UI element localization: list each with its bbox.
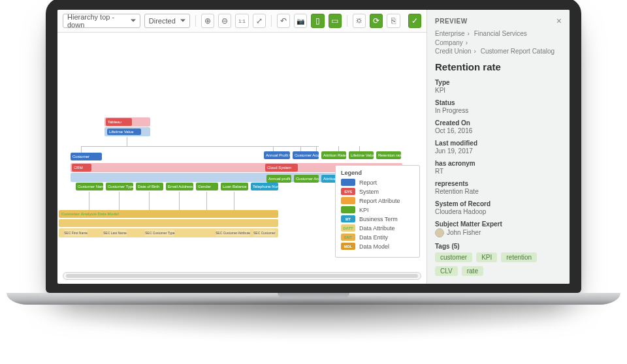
field-value: Oct 16, 2016 xyxy=(435,127,562,134)
system-row[interactable] xyxy=(71,163,266,172)
legend-label: Data Model xyxy=(359,243,389,250)
kpi-node[interactable]: Customer Name xyxy=(76,183,103,190)
kpi-node[interactable]: Customer Acquisition Cost xyxy=(294,175,319,183)
legend-label: System xyxy=(359,189,379,195)
legend-label: Data Attribute xyxy=(359,225,395,232)
zoom-out-icon[interactable]: ⊖ xyxy=(218,14,231,28)
kpi-node[interactable]: Customer Type xyxy=(106,183,133,190)
data-entity-row[interactable] xyxy=(59,219,278,227)
zoom-fit-button[interactable]: 1:1 xyxy=(235,14,248,28)
diagram-canvas[interactable]: Tableau Lifetime Value xyxy=(57,33,426,272)
app-screen: Hierarchy top - down Directed ⊕ ⊖ 1:1 ⤢ … xyxy=(57,10,570,284)
routing-select[interactable]: Directed xyxy=(144,14,190,28)
tags-list: customer KPI retention CLV rate xyxy=(435,252,562,276)
legend-label: Business Term xyxy=(359,216,398,222)
report-node[interactable]: Annual Profit Contribution xyxy=(264,151,290,159)
back-icon[interactable]: ↶ xyxy=(277,14,290,28)
diagram-pane: Hierarchy top - down Directed ⊕ ⊖ 1:1 ⤢ … xyxy=(57,10,427,284)
tag[interactable]: rate xyxy=(462,266,483,276)
data-attr[interactable]: SEC Customer Attribute xyxy=(216,230,250,236)
field-key: Type xyxy=(435,79,562,86)
field-value: Retention Rate xyxy=(435,188,562,195)
field-key: System of Record xyxy=(435,200,562,207)
data-model-label: Customer Analysis Data Model xyxy=(61,211,119,217)
refresh-icon[interactable]: ⟳ xyxy=(370,14,383,28)
kpi-node[interactable]: Lifetime Value xyxy=(349,151,374,159)
system-label: CRM xyxy=(72,164,91,172)
report-node[interactable]: Customer Acquisition Cost xyxy=(293,151,319,159)
tag[interactable]: CLV xyxy=(435,266,458,276)
report-strip[interactable] xyxy=(71,173,266,182)
apply-button[interactable]: ✓ xyxy=(408,14,421,28)
field-key: Last modified xyxy=(435,140,562,147)
legend-label: KPI xyxy=(359,207,369,213)
close-icon[interactable]: × xyxy=(556,16,562,25)
field-value: Cloudera Hadoop xyxy=(435,208,562,215)
tag[interactable]: retention xyxy=(501,252,537,262)
expand-icon[interactable]: ⤢ xyxy=(253,14,266,28)
data-attr[interactable]: SEC Customer Type xyxy=(145,230,174,236)
field-key: Tags (5) xyxy=(435,243,562,250)
kpi-node[interactable]: Loan Balance xyxy=(221,183,248,190)
kpi-node[interactable]: Annual profit contribution xyxy=(266,175,291,183)
tag[interactable]: KPI xyxy=(476,252,497,262)
kpi-node[interactable]: Retention rate xyxy=(376,151,401,159)
camera-icon[interactable]: 📷 xyxy=(294,14,307,28)
kpi-node[interactable]: Email Address xyxy=(166,183,193,190)
preview-header: PREVIEW xyxy=(435,18,468,25)
system-label: Tableau xyxy=(106,118,132,126)
field-key: has acronym xyxy=(435,160,562,167)
preview-panel: PREVIEW × Enterprise› Financial Services… xyxy=(427,10,570,284)
legend-panel: Legend Report SYSSystem Report Attribute… xyxy=(335,165,420,258)
system-label: Cloud System xyxy=(265,164,298,172)
kpi-node[interactable]: Date of Birth xyxy=(136,183,163,190)
layout-horizontal-icon[interactable]: ▭ xyxy=(329,14,342,28)
field-key: represents xyxy=(435,180,562,187)
field-key: Created On xyxy=(435,119,562,127)
legend-label: Report xyxy=(359,179,377,186)
field-value: KPI xyxy=(435,87,562,94)
toolbar: Hierarchy top - down Directed ⊕ ⊖ 1:1 ⤢ … xyxy=(57,10,426,33)
export-icon[interactable]: ⎘ xyxy=(387,14,400,28)
layout-vertical-icon[interactable]: ▯ xyxy=(311,14,324,28)
data-attr[interactable]: SEC Customer xyxy=(253,230,275,236)
tag[interactable]: customer xyxy=(435,252,472,262)
separator xyxy=(347,15,347,27)
settings-icon[interactable]: ⛭ xyxy=(353,14,366,28)
legend-label: Report Attribute xyxy=(359,198,400,204)
legend-title: Legend xyxy=(341,170,414,176)
bt-node[interactable]: Telephone Number xyxy=(251,183,278,190)
report-node[interactable]: Customer xyxy=(71,153,102,160)
separator xyxy=(271,15,272,27)
separator xyxy=(195,15,196,27)
layout-select[interactable]: Hierarchy top - down xyxy=(63,14,140,28)
field-key: Subject Matter Expert xyxy=(435,220,562,228)
laptop-frame: Hierarchy top - down Directed ⊕ ⊖ 1:1 ⤢ … xyxy=(46,0,581,340)
report-label: Lifetime Value xyxy=(107,129,141,135)
horizontal-scrollbar[interactable] xyxy=(63,272,421,280)
breadcrumb[interactable]: Enterprise› Financial Services Company› … xyxy=(435,29,562,56)
zoom-in-icon[interactable]: ⊕ xyxy=(201,14,214,28)
field-key: Status xyxy=(435,99,562,106)
avatar-icon xyxy=(435,228,444,237)
data-attr[interactable]: SEC Last Name xyxy=(103,230,127,236)
field-value: Jun 19, 2017 xyxy=(435,147,562,155)
data-attr[interactable]: SEC First Name xyxy=(64,230,88,236)
field-value[interactable]: John Fisher xyxy=(435,228,562,237)
screen-bezel: Hierarchy top - down Directed ⊕ ⊖ 1:1 ⤢ … xyxy=(46,0,581,293)
shadow xyxy=(7,301,620,340)
preview-title: Retention rate xyxy=(435,61,562,72)
field-value: RT xyxy=(435,168,562,175)
kpi-node[interactable]: Gender xyxy=(196,183,218,190)
field-value: In Progress xyxy=(435,107,562,114)
legend-label: Data Entity xyxy=(359,234,388,241)
kpi-node[interactable]: Attrition Rate xyxy=(321,151,346,159)
